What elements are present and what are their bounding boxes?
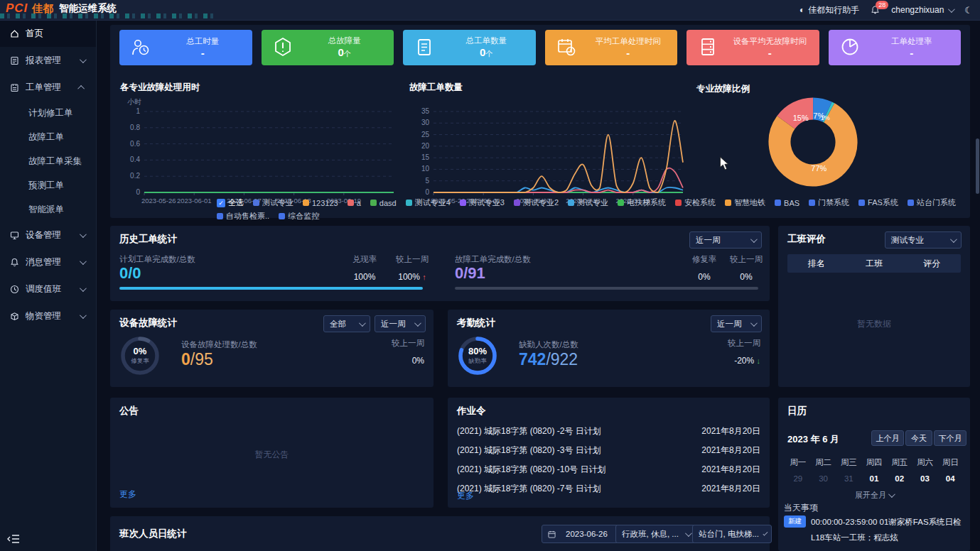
legend-item-14[interactable]: 站台门系统 [908, 197, 956, 208]
work-command-name: (2021) 城际18字第 (0820) -2号 日计划 [457, 425, 601, 437]
work-command-row[interactable]: (2021) 城际18字第 (0820) -10号 日计划2021年8月20日 [457, 460, 760, 479]
chevron-down-icon [948, 6, 955, 13]
legend-item-12[interactable]: 门禁系统 [809, 197, 849, 208]
work-command-row[interactable]: (2021) 城际18字第 (0820) -2号 日计划2021年8月20日 [457, 422, 760, 441]
next-month-button[interactable]: 下个月 [934, 430, 966, 446]
calendar-date-cell[interactable]: 04 [937, 474, 963, 483]
svg-text:0: 0 [425, 188, 429, 196]
pie-icon [840, 37, 861, 58]
legend-item-6[interactable]: 测试专业2 [514, 197, 559, 208]
calendar-date-cell[interactable]: 29 [785, 474, 811, 483]
attendance-wow: 较上一周 -20% ↓ [711, 338, 760, 366]
legend-item-10[interactable]: 智慧地铁 [725, 197, 765, 208]
sidebar-item-predict-order[interactable]: 预测工单 [0, 173, 96, 197]
legend-select-all[interactable]: ✓全选 [217, 197, 244, 208]
sidebar-item-report[interactable]: 报表管理 [0, 47, 96, 74]
more-link[interactable]: 更多 [119, 489, 136, 501]
legend-swatch [370, 200, 377, 206]
legend-item-7[interactable]: 测试专业 [568, 197, 608, 208]
chevron-up-icon [77, 84, 85, 92]
legend-item-4[interactable]: 测试专业4 [406, 197, 451, 208]
dark-mode-toggle[interactable]: ☾ [964, 5, 973, 16]
repair-rate-gauge: 0%修复率 [119, 335, 161, 376]
calendar-date-cell[interactable]: 03 [912, 474, 938, 483]
shift-date-picker[interactable]: 2023-06-26 [542, 525, 620, 543]
alert-icon [273, 37, 294, 58]
plan-rate: 兑现率 100% [342, 254, 387, 282]
calendar-date-cell[interactable]: 30 [811, 474, 836, 483]
legend-swatch [303, 200, 309, 206]
team-eval-filter-select[interactable]: 测试专业 [885, 231, 962, 249]
stat-card-1[interactable]: 总故障量0个 [262, 30, 394, 65]
legend-item-13[interactable]: FAS系统 [858, 197, 898, 208]
stat-card-5[interactable]: 工单处理率- [829, 30, 962, 65]
expand-month-toggle[interactable]: 展开全月 [778, 490, 970, 501]
panel-title: 日历 [787, 405, 807, 418]
stat-card-value: - [626, 47, 630, 59]
legend-item-0[interactable]: 测试专业 [253, 197, 294, 208]
today-events-label: 当天事项 [784, 502, 818, 514]
sidebar-item-fault-collect[interactable]: 故障工单采集 [0, 149, 96, 173]
assistant-link[interactable]: ◐ 佳都知行助手 [799, 4, 859, 16]
sidebar-item-fault-order[interactable]: 故障工单 [0, 125, 96, 149]
shift-type-select[interactable]: 行政班, 休息, ... [615, 525, 696, 543]
sidebar-item-workorder[interactable]: 工单管理 [0, 74, 96, 101]
device-scope-select[interactable]: 全部 [323, 315, 370, 332]
calendar-date-cell[interactable]: 02 [887, 474, 912, 483]
history-range-select[interactable]: 近一周 [689, 231, 762, 249]
attendance-range-select[interactable]: 近一周 [711, 315, 762, 332]
sidebar-collapse-button[interactable] [7, 534, 20, 547]
work-command-row[interactable]: (2021) 城际18字第 (0820) -3号 日计划2021年8月20日 [457, 441, 760, 460]
sidebar-item-home[interactable]: 首页 [0, 20, 96, 47]
work-command-date: 2021年8月20日 [701, 483, 760, 495]
chevron-down-icon [80, 56, 87, 63]
legend-item-2[interactable]: a [348, 199, 361, 207]
stat-card-0[interactable]: 总工时量- [119, 30, 252, 65]
stat-card-label: 工单处理率 [891, 36, 932, 47]
legend-item-9[interactable]: 安检系统 [675, 197, 716, 208]
calendar-date-cell[interactable]: 31 [836, 474, 861, 483]
work-command-row[interactable]: (2021) 城际18字第 (0820) -7号 日计划2021年8月20日 [457, 479, 760, 498]
weekday-label: 周五 [887, 457, 912, 468]
sidebar-item-material[interactable]: 物资管理 [0, 302, 96, 329]
fault-progress-bar [455, 287, 758, 290]
stat-card-2[interactable]: 总工单数量0个 [403, 30, 536, 65]
scrollbar[interactable] [976, 138, 979, 194]
legend-item-8[interactable]: 电扶梯系统 [618, 197, 666, 208]
panel-title: 公告 [119, 405, 139, 418]
legend-swatch [725, 200, 731, 206]
stat-card-3[interactable]: 平均工单处理时间- [545, 30, 678, 65]
sidebar-item-message[interactable]: 消息管理 [0, 249, 96, 276]
sidebar-item-dispatch-duty[interactable]: 调度值班 [0, 276, 96, 302]
sidebar-item-smart-dispatch[interactable]: 智能派单 [0, 197, 96, 222]
shift-system-select[interactable]: 站台门, 电扶梯... [692, 525, 772, 543]
today-button[interactable]: 今天 [905, 430, 932, 446]
prev-month-button[interactable]: 上个月 [871, 430, 904, 446]
col-score: 评分 [903, 258, 961, 270]
stat-card-4[interactable]: 设备平均无故障时间- [686, 30, 819, 65]
sidebar-item-plan-repair[interactable]: 计划修工单 [0, 101, 96, 125]
report-icon [10, 56, 19, 65]
message-icon [10, 258, 19, 267]
legend-item-11[interactable]: BAS [775, 199, 799, 207]
sidebar-item-device[interactable]: 设备管理 [0, 222, 96, 249]
legend-item-3[interactable]: dasd [370, 199, 397, 207]
panel-title: 考勤统计 [457, 317, 495, 329]
collapse-menu-icon [7, 534, 20, 544]
calendar-date-cell[interactable]: 01 [861, 474, 887, 483]
legend-item-1[interactable]: 123123 [303, 199, 338, 207]
weekday-label: 周六 [912, 457, 938, 468]
legend-item-15[interactable]: 自动售检票.. [217, 211, 269, 222]
legend-item-16[interactable]: 综合监控 [279, 211, 319, 222]
more-link[interactable]: 更多 [457, 490, 474, 502]
chevron-down-icon [80, 258, 87, 265]
notification-bell[interactable]: 28 [871, 6, 880, 15]
sidebar-item-label: 计划修工单 [28, 107, 73, 119]
legend-item-5[interactable]: 测试专业3 [460, 197, 505, 208]
server-icon [698, 37, 719, 58]
user-menu[interactable]: chengzhixuan [891, 5, 953, 15]
plan-metric-label: 计划工单完成数/总数 [119, 254, 195, 265]
top-header: PCI 佳都 智能运维系统 ◐ 佳都知行助手 28 chengzhixuan ☾ [0, 0, 980, 21]
legend-swatch [568, 200, 574, 206]
device-range-select[interactable]: 近一周 [375, 315, 426, 332]
